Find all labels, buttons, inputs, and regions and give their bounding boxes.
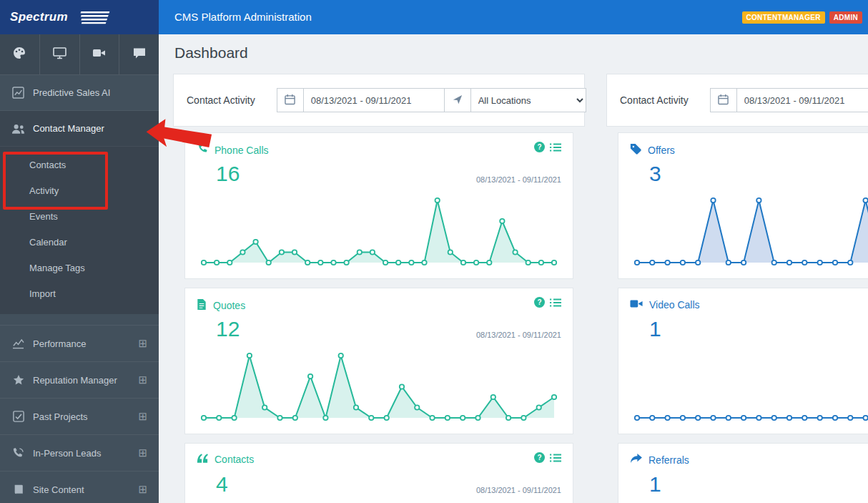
calendar-button[interactable]	[277, 88, 304, 112]
list-icon[interactable]	[550, 298, 561, 307]
contact-activity-filter-left: Contact Activity All Locations	[173, 74, 585, 127]
sidebar-item-past-projects[interactable]: Past Projects ⊞	[0, 398, 159, 434]
metric-value: 16	[216, 162, 240, 186]
phone-icon	[197, 143, 208, 157]
card-offers: Offers ? 3 08/13/2021 - 09/11/2021	[618, 132, 868, 279]
expand-icon[interactable]: ⊞	[138, 446, 147, 459]
sidebar-subitem-manage-tags[interactable]: Manage Tags	[0, 255, 159, 281]
sidebar-gap	[0, 314, 159, 325]
desktop-icon	[52, 46, 67, 63]
role-badges: CONTENTMANAGER ADMIN	[742, 0, 862, 34]
card-title: Quotes	[213, 300, 245, 311]
card-video-calls: Video Calls ? 1 08/13/2021 - 09/11/2021	[618, 288, 868, 434]
sparkline-svg	[630, 196, 868, 271]
chart-frame-icon	[11, 87, 25, 99]
sparkline-svg	[197, 351, 561, 426]
video-camera-icon	[92, 46, 107, 63]
sidebar-item-label: Reputation Manager	[33, 375, 117, 386]
sidebar-item-reputation-manager[interactable]: Reputation Manager ⊞	[0, 361, 159, 398]
video-tab[interactable]	[80, 34, 120, 75]
location-arrow-icon	[453, 94, 463, 107]
calendar-icon	[285, 94, 295, 107]
star-icon	[11, 374, 25, 386]
sidebar-item-label: In-Person Leads	[33, 448, 101, 459]
role-badge-contentmanager: CONTENTMANAGER	[742, 11, 825, 24]
expand-icon[interactable]: ⊞	[138, 373, 147, 386]
card-contacts: Contacts ? 4 08/13/2021 - 09/11/2021	[184, 443, 573, 503]
sidebar-subitem-activity[interactable]: Activity	[0, 178, 159, 204]
sidebar-subitem-contacts[interactable]: Contacts	[0, 152, 159, 178]
card-tools: ?	[534, 142, 561, 152]
app-title: CMS Platform Administration	[174, 0, 312, 34]
expand-icon[interactable]: ⊞	[138, 410, 147, 423]
metric-value: 12	[216, 317, 240, 341]
phone-calls-chart	[197, 196, 561, 271]
card-tools: ?	[534, 452, 561, 463]
sidebar-item-contact-manager[interactable]: Contact Manager	[0, 111, 159, 147]
chat-icon	[132, 46, 147, 63]
right-column: Contact Activity Offers ?	[606, 74, 868, 503]
contact-manager-submenu: Contacts Activity Events Calendar Manage…	[0, 147, 159, 314]
date-location-input-group: All Locations	[277, 88, 586, 112]
date-range-input[interactable]	[303, 88, 445, 112]
date-range-input[interactable]	[736, 88, 868, 112]
card-title-row: Contacts	[197, 454, 254, 465]
card-title-row: Video Calls	[630, 298, 700, 311]
metric-date-range: 08/13/2021 - 09/11/2021	[476, 175, 561, 184]
sidebar-subitem-calendar[interactable]: Calendar	[0, 230, 159, 255]
metric-value: 4	[216, 472, 228, 497]
sidebar-item-in-person-leads[interactable]: In-Person Leads ⊞	[0, 434, 159, 471]
sidebar-item-label: Site Content	[33, 484, 84, 495]
help-icon[interactable]: ?	[534, 142, 545, 152]
line-chart-icon	[11, 338, 25, 349]
file-icon	[197, 298, 207, 313]
location-button[interactable]	[444, 88, 471, 112]
contact-activity-filter-right: Contact Activity	[606, 74, 868, 127]
sidebar-icon-tabs	[0, 34, 159, 75]
main-content: Dashboard Contact Activity All Locations	[159, 34, 868, 503]
palette-tab[interactable]	[0, 34, 40, 75]
role-badge-admin: ADMIN	[829, 11, 862, 24]
sidebar-subitem-import[interactable]: Import	[0, 281, 159, 307]
card-title: Contacts	[214, 454, 254, 465]
filter-label: Contact Activity	[187, 94, 255, 106]
card-quotes: Quotes ? 12 08/13/2021 - 09/11/2021	[184, 288, 573, 434]
left-column: Contact Activity All Locations	[173, 74, 585, 503]
card-title: Offers	[648, 145, 675, 156]
filter-label: Contact Activity	[620, 94, 689, 106]
desktop-tab[interactable]	[40, 34, 80, 75]
sidebar: Predictive Sales AI Contact Manager Cont…	[0, 34, 159, 503]
sidebar-item-label: Performance	[33, 338, 86, 349]
book-icon	[11, 484, 25, 495]
share-icon	[630, 454, 642, 466]
expand-icon[interactable]: ⊞	[138, 337, 147, 350]
sidebar-item-performance[interactable]: Performance ⊞	[0, 325, 159, 361]
list-icon[interactable]	[550, 454, 561, 462]
quote-icon	[197, 454, 208, 465]
chat-tab[interactable]	[119, 34, 159, 75]
expand-icon[interactable]: ⊞	[138, 483, 147, 496]
card-referrals: Referrals ? 1 08/13/2021 - 09/11/2021	[618, 443, 868, 503]
logo[interactable]: Spectrum	[0, 0, 159, 34]
location-select[interactable]: All Locations	[470, 88, 586, 112]
help-icon[interactable]: ?	[534, 297, 545, 308]
tag-icon	[630, 143, 641, 157]
sidebar-subitem-events[interactable]: Events	[0, 204, 159, 230]
sidebar-item-site-content[interactable]: Site Content ⊞	[0, 471, 159, 503]
card-phone-calls: Phone Calls ? 16 08/13/2021 - 09/11/2021	[184, 132, 573, 279]
calendar-button[interactable]	[710, 88, 737, 112]
phone-volume-icon	[11, 447, 25, 459]
list-icon[interactable]	[550, 143, 561, 152]
palette-icon	[12, 46, 26, 63]
card-tools: ?	[534, 297, 561, 308]
sidebar-item-label: Contact Manager	[33, 123, 104, 134]
help-icon[interactable]: ?	[534, 452, 545, 463]
page-title: Dashboard	[174, 44, 248, 62]
sidebar-item-predictive-sales-ai[interactable]: Predictive Sales AI	[0, 75, 159, 111]
offers-chart	[630, 196, 868, 271]
card-title-row: Quotes	[197, 298, 245, 313]
card-title-row: Phone Calls	[197, 143, 269, 157]
metric-value: 1	[649, 317, 661, 341]
card-title-row: Offers	[630, 143, 675, 157]
date-input-group	[710, 88, 868, 112]
